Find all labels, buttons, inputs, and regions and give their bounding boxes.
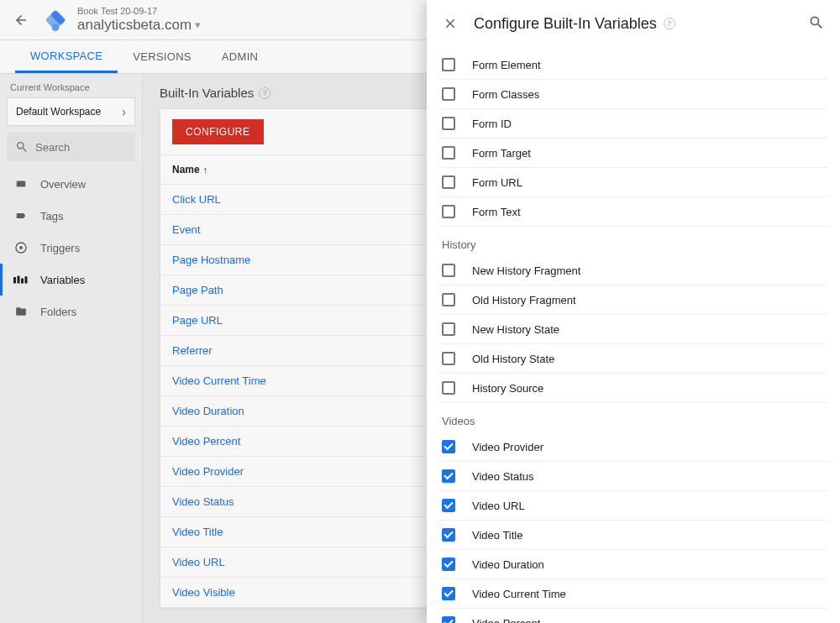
checkbox-label: Old History Fragment (472, 294, 576, 306)
checkbox-label: Old History State (472, 353, 554, 365)
checkbox-label: Form URL (472, 176, 522, 189)
checkbox-row[interactable]: Old History State (438, 344, 828, 374)
checkbox-row[interactable]: Video Title (438, 521, 828, 550)
checkbox-row[interactable]: New History State (438, 315, 828, 344)
checkbox-row[interactable]: Form URL (438, 168, 828, 197)
checkbox-row[interactable]: Video Current Time (438, 579, 828, 609)
checkbox[interactable] (442, 264, 455, 277)
checkbox-row[interactable]: Video Percent (438, 609, 828, 623)
panel-search-icon[interactable] (805, 11, 828, 37)
checkbox-label: Form ID (472, 118, 512, 130)
checkbox[interactable] (442, 381, 455, 395)
checkbox-row[interactable]: Form ID (438, 109, 828, 139)
checkbox-label: New History State (472, 323, 559, 336)
checkbox-label: New History Fragment (472, 264, 580, 277)
checkbox-row[interactable]: Video Status (438, 462, 828, 491)
checkbox-row[interactable]: Video Provider (438, 432, 828, 462)
checkbox-row[interactable]: Form Element (438, 50, 828, 80)
checkbox[interactable] (442, 58, 455, 71)
checkbox[interactable] (442, 440, 455, 453)
checkbox[interactable] (442, 322, 455, 336)
checkbox-label: Video URL (472, 500, 525, 512)
checkbox[interactable] (442, 175, 455, 189)
checkbox-row[interactable]: New History Fragment (438, 256, 828, 285)
checkbox[interactable] (442, 528, 455, 542)
checkbox[interactable] (442, 293, 455, 306)
checkbox[interactable] (442, 87, 455, 101)
help-icon[interactable]: ? (664, 18, 675, 29)
checkbox-label: Video Status (472, 470, 533, 483)
panel-title-text: Configure Built-In Variables (474, 15, 657, 33)
group-title: History (438, 227, 828, 256)
close-icon[interactable] (438, 12, 462, 35)
checkbox-label: History Source (472, 382, 543, 395)
checkbox[interactable] (442, 587, 455, 600)
checkbox-row[interactable]: Old History Fragment (438, 285, 828, 315)
checkbox-label: Form Text (472, 206, 521, 218)
checkbox[interactable] (442, 499, 455, 512)
group-title: Videos (438, 403, 828, 432)
checkbox[interactable] (442, 558, 455, 571)
checkbox-row[interactable]: Video URL (438, 491, 828, 521)
checkbox-row[interactable]: Form Classes (438, 80, 828, 109)
checkbox-row[interactable]: Video Duration (438, 550, 828, 579)
checkbox-row[interactable]: Form Text (438, 197, 828, 227)
checkbox-row[interactable]: Form Target (438, 139, 828, 168)
checkbox-label: Form Target (472, 147, 531, 160)
configure-panel: Configure Built-In Variables ? Form Elem… (427, 0, 840, 623)
checkbox[interactable] (442, 205, 455, 218)
checkbox-label: Form Classes (472, 88, 539, 101)
checkbox-label: Form Element (472, 59, 541, 71)
checkbox[interactable] (442, 146, 455, 160)
checkbox-label: Video Provider (472, 441, 543, 453)
checkbox-label: Video Percent (472, 617, 540, 624)
checkbox[interactable] (442, 469, 455, 483)
checkbox-row[interactable]: History Source (438, 374, 828, 403)
checkbox[interactable] (442, 616, 455, 623)
checkbox[interactable] (442, 352, 455, 365)
checkbox-label: Video Title (472, 529, 522, 542)
checkbox[interactable] (442, 117, 455, 130)
checkbox-label: Video Current Time (472, 588, 566, 600)
checkbox-label: Video Duration (472, 558, 544, 571)
